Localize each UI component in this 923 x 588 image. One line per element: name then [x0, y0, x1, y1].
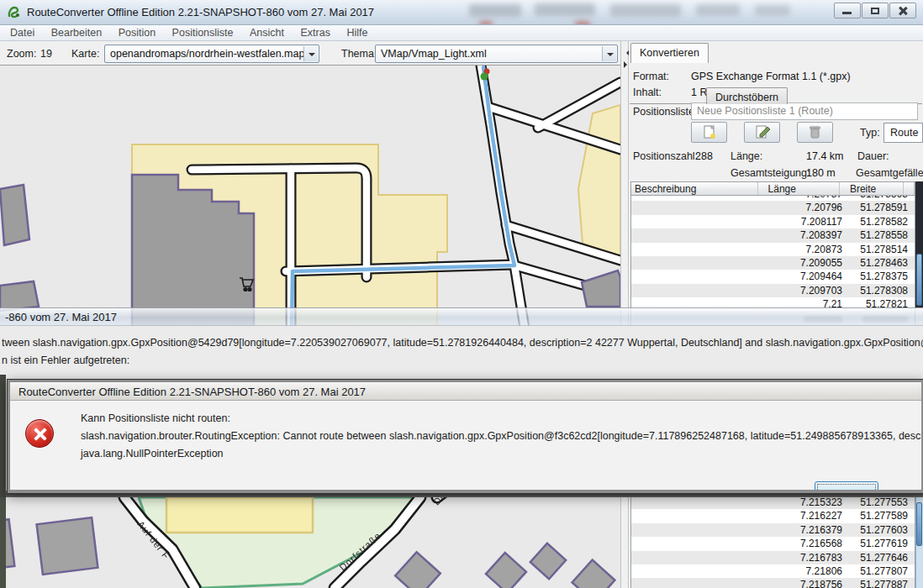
table-header: Beschreibung Länge Breite H — [630, 181, 915, 196]
error-dialog-body: Kann Positionsliste nicht routen: slash.… — [10, 401, 921, 490]
error-dialog-titlebar[interactable]: RouteConverter Offline Edition 2.21-SNAP… — [10, 382, 921, 401]
table-row[interactable]: 7.2087351.278514 — [631, 243, 915, 256]
error-line1: Kann Positionsliste nicht routen: — [81, 412, 230, 424]
table-scrollbar-bottom[interactable] — [915, 497, 923, 588]
menu-bearbeiten[interactable]: Bearbeiten — [45, 25, 108, 39]
table-row[interactable]: 7.21532351.277553 — [631, 497, 915, 509]
format-value: GPS Exchange Format 1.1 (*.gpx) — [691, 71, 851, 82]
table-row[interactable]: 7.21875651.277887 — [631, 578, 915, 588]
gesamtsteigung-value: 180 m — [806, 167, 836, 179]
error-dialog: RouteConverter Offline Edition 2.21-SNAP… — [7, 379, 923, 494]
maximize-button[interactable] — [862, 3, 889, 18]
ghost-window-artifact — [755, 5, 790, 16]
typ-label: Typ: — [860, 127, 880, 139]
format-label: Format: — [633, 71, 669, 82]
col-beschreibung[interactable]: Beschreibung — [631, 182, 758, 195]
positionszahl-label: Positionszahl: — [633, 150, 698, 162]
table-row[interactable]: 7.20839751.278558 — [631, 228, 915, 242]
desktop-edge — [0, 497, 6, 588]
menu-position[interactable]: Position — [112, 25, 162, 39]
window-title: RouteConverter Offline Edition 2.21-SNAP… — [27, 6, 374, 18]
zoom-value: 19 — [40, 48, 52, 60]
map-view[interactable] — [0, 66, 620, 328]
zoom-label: Zoom: — [7, 48, 36, 60]
table-row[interactable]: 7.20811751.278582 — [631, 215, 915, 228]
laenge-label: Länge: — [730, 150, 762, 162]
table-row[interactable]: 7.21637951.277603 — [631, 523, 915, 537]
menu-bar: Datei Bearbeiten Position Positionsliste… — [0, 25, 923, 41]
delete-positionlist-button[interactable] — [797, 122, 833, 143]
minimize-icon — [842, 12, 852, 14]
table-row[interactable]: 7.21678351.277646 — [631, 551, 915, 564]
trash-icon — [810, 127, 820, 129]
menu-positionsliste[interactable]: Positionsliste — [166, 25, 240, 39]
map-toolbar: Zoom: 19 Karte: openandromaps/nordrhein-… — [0, 41, 629, 66]
error-line3: java.lang.NullPointerException — [81, 448, 224, 459]
map-view-bottom[interactable]: Auf der F Dorfstraße Dor — [0, 497, 620, 588]
chevron-down-icon — [303, 46, 318, 61]
error-line2: slash.navigation.brouter.RoutingExceptio… — [81, 430, 921, 442]
exception-text-line1: tween slash.navigation.gpx.GpxPosition@5… — [2, 337, 923, 349]
error-dialog-title: RouteConverter Offline Edition 2.21-SNAP… — [18, 386, 366, 398]
table-row[interactable]: 7.21656851.277619 — [631, 537, 915, 550]
new-positionlist-button[interactable] — [691, 122, 727, 143]
dauer-label: Dauer: — [857, 150, 889, 162]
gesamtgefaelle-label: Gesamtgefälle: — [856, 167, 923, 179]
table-row[interactable]: 7.21622751.277589 — [631, 509, 915, 522]
rename-positionlist-button[interactable] — [744, 122, 780, 143]
new-doc-icon — [710, 134, 715, 139]
main-titlebar[interactable]: RouteConverter Offline Edition 2.21-SNAP… — [0, 0, 923, 25]
col-breite[interactable]: Breite — [840, 182, 904, 195]
exception-window-titlebar[interactable]: -860 vom 27. Mai 2017 — [0, 307, 923, 326]
menu-ansicht[interactable]: Ansicht — [243, 25, 291, 39]
maximize-icon — [871, 8, 879, 14]
screen: RouteConverter Offline Edition 2.21-SNAP… — [0, 0, 923, 588]
table-row[interactable]: 7.20946451.278375 — [631, 270, 915, 283]
laenge-value: 17.4 km — [806, 150, 843, 162]
error-icon — [25, 419, 54, 448]
close-icon — [898, 6, 908, 16]
karte-label: Karte: — [71, 48, 99, 60]
close-button[interactable] — [889, 3, 916, 18]
app-icon — [7, 5, 21, 19]
thema-label: Thema: — [341, 48, 377, 60]
col-laenge[interactable]: Länge — [758, 182, 840, 195]
table-row[interactable]: 7.2079651.278591 — [631, 201, 915, 214]
scrollbar-thumb[interactable] — [916, 502, 922, 546]
chevron-down-icon — [602, 46, 616, 61]
menu-datei[interactable]: Datei — [3, 25, 41, 39]
ghost-window-artifact — [696, 4, 740, 16]
col-hoehe[interactable]: H — [904, 182, 915, 195]
inhalt-label: Inhalt: — [633, 87, 662, 98]
menu-hilfe[interactable]: Hilfe — [340, 25, 374, 39]
menu-extras[interactable]: Extras — [294, 25, 337, 39]
tab-konvertieren[interactable]: Konvertieren — [630, 43, 709, 63]
table-scrollbar[interactable] — [915, 181, 923, 307]
ghost-window-artifact — [610, 4, 681, 17]
tab-durchstoebern[interactable]: Durchstöbern — [706, 87, 788, 104]
scrollbar-thumb[interactable] — [916, 254, 922, 306]
position-table-bottom: 7.21532351.2775537.21622751.2775897.2163… — [630, 497, 915, 588]
minimize-button[interactable] — [834, 3, 861, 18]
table-row[interactable]: 7.20970351.278308 — [631, 284, 915, 297]
positionszahl-value: 288 — [695, 150, 713, 162]
ghost-window-artifact — [469, 4, 521, 17]
thema-select[interactable]: VMap/Vmap_Light.xml — [375, 45, 618, 63]
exception-window-title: -860 vom 27. Mai 2017 — [5, 311, 117, 323]
desktop-edge — [0, 375, 6, 497]
exception-text-line2: n ist ein Fehler aufgetreten: — [2, 354, 129, 366]
ok-button[interactable]: OK — [815, 481, 878, 490]
table-row[interactable]: 7.20905551.278463 — [631, 256, 915, 270]
ghost-window-artifact — [535, 3, 595, 16]
gesamtsteigung-label: Gesamtsteigung: — [730, 167, 810, 179]
positionsliste-label: Positionsliste: — [633, 106, 697, 118]
map-yellow-area — [166, 497, 313, 533]
karte-select[interactable]: openandromaps/nordrhein-westfalen.map — [104, 45, 319, 63]
typ-select[interactable]: Route — [883, 123, 923, 143]
table-row[interactable]: 7.2180651.277807 — [631, 564, 915, 578]
positionsliste-field[interactable]: Neue Positionsliste 1 (Route) — [691, 102, 918, 120]
